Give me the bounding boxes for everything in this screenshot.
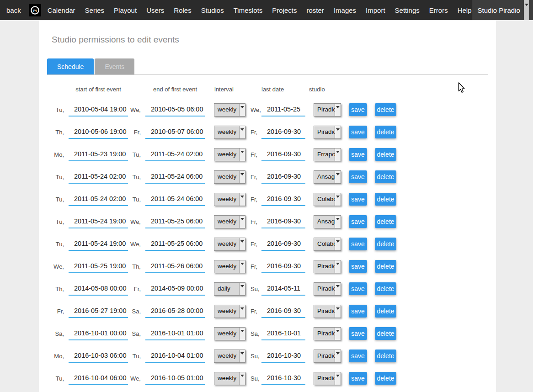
- chevron-down-icon[interactable]: [335, 372, 341, 385]
- save-button[interactable]: save: [349, 170, 367, 183]
- last-date-input[interactable]: [261, 260, 305, 273]
- end-datetime-input[interactable]: [145, 260, 205, 273]
- chevron-down-icon[interactable]: [239, 328, 245, 340]
- save-button[interactable]: save: [349, 282, 367, 295]
- end-datetime-input[interactable]: [145, 126, 205, 139]
- end-datetime-input[interactable]: [145, 193, 205, 206]
- studio-row-select[interactable]: Piradio: [314, 372, 341, 385]
- delete-button[interactable]: delete: [375, 327, 396, 340]
- end-datetime-input[interactable]: [145, 327, 205, 340]
- start-datetime-input[interactable]: [69, 372, 128, 385]
- studio-row-select[interactable]: Piradio: [314, 350, 341, 363]
- chevron-down-icon[interactable]: [335, 104, 341, 116]
- tab-schedule[interactable]: Schedule: [47, 58, 94, 75]
- nav-item-errors[interactable]: Errors: [429, 6, 448, 14]
- nav-item-projects[interactable]: Projects: [272, 6, 297, 14]
- start-datetime-input[interactable]: [69, 126, 128, 139]
- chevron-down-icon[interactable]: [335, 328, 341, 340]
- delete-button[interactable]: delete: [375, 282, 396, 295]
- studio-row-select[interactable]: Piradio: [314, 327, 341, 340]
- chevron-down-icon[interactable]: [239, 193, 245, 206]
- delete-button[interactable]: delete: [375, 215, 396, 228]
- chevron-down-icon[interactable]: [335, 216, 341, 228]
- start-datetime-input[interactable]: [69, 148, 128, 161]
- studio-row-select[interactable]: Colabo: [314, 193, 341, 206]
- chevron-down-icon[interactable]: [335, 171, 341, 183]
- last-date-input[interactable]: [261, 103, 305, 117]
- studio-row-select[interactable]: Frrapo: [314, 148, 341, 161]
- studio-row-select[interactable]: Piradio: [314, 282, 341, 296]
- chevron-down-icon[interactable]: [239, 305, 245, 318]
- studio-row-select[interactable]: Ansage: [314, 215, 341, 228]
- end-datetime-input[interactable]: [145, 350, 205, 363]
- tab-events[interactable]: Events: [95, 58, 134, 75]
- delete-button[interactable]: delete: [375, 103, 396, 116]
- nav-item-calendar[interactable]: Calendar: [48, 6, 75, 14]
- interval-select[interactable]: weekly: [214, 372, 245, 385]
- delete-button[interactable]: delete: [375, 305, 396, 318]
- start-datetime-input[interactable]: [69, 260, 128, 273]
- studio-row-select[interactable]: Colabo: [314, 238, 341, 251]
- chevron-down-icon[interactable]: [239, 260, 245, 273]
- chevron-down-icon[interactable]: [335, 126, 341, 138]
- last-date-input[interactable]: [261, 148, 305, 161]
- nav-item-series[interactable]: Series: [85, 6, 105, 14]
- interval-select[interactable]: weekly: [214, 238, 245, 251]
- interval-select[interactable]: daily: [214, 282, 245, 296]
- end-datetime-input[interactable]: [145, 282, 205, 296]
- project-select[interactable]: Project 88vier: [529, 0, 533, 20]
- end-datetime-input[interactable]: [145, 148, 205, 161]
- studio-select[interactable]: Studio Piradio: [472, 0, 529, 20]
- save-button[interactable]: save: [349, 126, 367, 138]
- delete-button[interactable]: delete: [375, 148, 396, 161]
- start-datetime-input[interactable]: [69, 103, 128, 117]
- end-datetime-input[interactable]: [145, 238, 205, 251]
- chevron-down-icon[interactable]: [335, 148, 341, 161]
- last-date-input[interactable]: [261, 350, 305, 363]
- chevron-down-icon[interactable]: [335, 238, 341, 250]
- interval-select[interactable]: weekly: [214, 103, 245, 117]
- save-button[interactable]: save: [349, 305, 367, 318]
- chevron-down-icon[interactable]: [239, 148, 245, 161]
- interval-select[interactable]: weekly: [214, 148, 245, 161]
- last-date-input[interactable]: [261, 126, 305, 139]
- interval-select[interactable]: weekly: [214, 126, 245, 139]
- last-date-input[interactable]: [261, 215, 305, 228]
- chevron-down-icon[interactable]: [239, 104, 245, 116]
- save-button[interactable]: save: [349, 215, 367, 228]
- delete-button[interactable]: delete: [375, 170, 396, 183]
- nav-item-settings[interactable]: Settings: [395, 6, 420, 14]
- delete-button[interactable]: delete: [375, 238, 396, 250]
- last-date-input[interactable]: [261, 305, 305, 318]
- nav-item-images[interactable]: Images: [334, 6, 356, 14]
- back-link[interactable]: back: [6, 6, 21, 14]
- studio-row-select[interactable]: Piradio: [314, 103, 341, 117]
- start-datetime-input[interactable]: [69, 215, 128, 228]
- save-button[interactable]: save: [349, 372, 367, 385]
- start-datetime-input[interactable]: [69, 170, 128, 184]
- save-button[interactable]: save: [349, 193, 367, 206]
- interval-select[interactable]: weekly: [214, 215, 245, 228]
- save-button[interactable]: save: [349, 327, 367, 340]
- interval-select[interactable]: weekly: [214, 350, 245, 363]
- save-button[interactable]: save: [349, 260, 367, 273]
- nav-item-roles[interactable]: Roles: [174, 6, 191, 14]
- interval-select[interactable]: weekly: [214, 327, 245, 340]
- studio-row-select[interactable]: Ansage: [314, 170, 341, 184]
- chevron-down-icon[interactable]: [239, 372, 245, 385]
- end-datetime-input[interactable]: [145, 372, 205, 385]
- chevron-down-icon[interactable]: [239, 283, 245, 295]
- chevron-down-icon[interactable]: [239, 350, 245, 362]
- interval-select[interactable]: weekly: [214, 170, 245, 184]
- chevron-down-icon[interactable]: [239, 126, 245, 138]
- start-datetime-input[interactable]: [69, 238, 128, 251]
- last-date-input[interactable]: [261, 327, 305, 340]
- delete-button[interactable]: delete: [375, 350, 396, 362]
- nav-item-help[interactable]: Help: [458, 6, 472, 14]
- last-date-input[interactable]: [261, 193, 305, 206]
- studio-row-select[interactable]: Piradio: [314, 126, 341, 139]
- chevron-down-icon[interactable]: [335, 260, 341, 273]
- delete-button[interactable]: delete: [375, 126, 396, 138]
- delete-button[interactable]: delete: [375, 372, 396, 385]
- chevron-down-icon[interactable]: [335, 305, 341, 318]
